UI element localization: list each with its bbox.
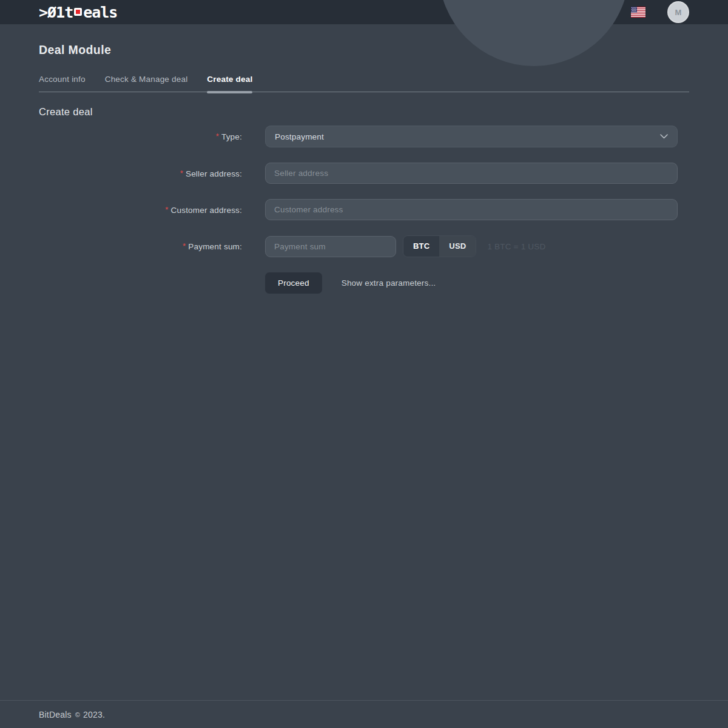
footer-brand: BitDeals bbox=[39, 710, 72, 720]
section-title: Create deal bbox=[39, 106, 689, 118]
proceed-button[interactable]: Proceed bbox=[265, 272, 322, 294]
language-flag-icon[interactable] bbox=[631, 7, 645, 18]
tab-account-info[interactable]: Account info bbox=[39, 75, 86, 92]
seller-address-row: *Seller address: bbox=[39, 163, 689, 184]
user-avatar[interactable]: M bbox=[667, 1, 689, 23]
header: >Ø1teals bbox=[0, 0, 728, 24]
tab-create-deal[interactable]: Create deal bbox=[207, 75, 252, 92]
lightbulb-icon[interactable] bbox=[600, 5, 613, 19]
payment-sum-input[interactable] bbox=[265, 236, 396, 257]
copyright-symbol: © bbox=[75, 711, 80, 718]
logo-square-icon bbox=[74, 8, 82, 16]
type-select-value: Postpayment bbox=[275, 132, 324, 141]
logo-text-suffix: eals bbox=[83, 5, 117, 20]
payment-sum-label: *Payment sum: bbox=[39, 241, 242, 251]
avatar-initial: M bbox=[675, 8, 681, 17]
customer-address-row: *Customer address: bbox=[39, 199, 689, 220]
payment-sum-row: *Payment sum: BTC USD 1 BTC = 1 USD bbox=[39, 235, 689, 257]
seller-address-input[interactable] bbox=[265, 163, 678, 184]
brand-logo[interactable]: >Ø1teals bbox=[39, 5, 117, 20]
chevron-down-icon bbox=[660, 134, 668, 139]
seller-address-label: *Seller address: bbox=[39, 169, 242, 178]
type-row: *Type: Postpayment bbox=[39, 126, 689, 147]
required-marker: * bbox=[183, 241, 186, 251]
exchange-rate-text: 1 BTC = 1 USD bbox=[487, 242, 545, 251]
customer-address-label: *Customer address: bbox=[39, 205, 242, 215]
required-marker: * bbox=[165, 205, 168, 214]
type-select[interactable]: Postpayment bbox=[265, 126, 678, 147]
show-extra-parameters-link[interactable]: Show extra parameters... bbox=[342, 278, 436, 288]
actions-row: Proceed Show extra parameters... bbox=[39, 272, 689, 294]
tab-check-manage-deal[interactable]: Check & Manage deal bbox=[105, 75, 188, 92]
page-title: Deal Module bbox=[39, 43, 689, 57]
tab-bar: Account info Check & Manage deal Create … bbox=[39, 75, 689, 92]
footer-year: 2023. bbox=[83, 710, 105, 720]
customer-address-input[interactable] bbox=[265, 199, 678, 220]
currency-btc-button[interactable]: BTC bbox=[403, 236, 439, 257]
currency-usd-button[interactable]: USD bbox=[439, 236, 476, 257]
logo-text-prefix: >Ø1t bbox=[39, 5, 73, 20]
required-marker: * bbox=[216, 132, 219, 141]
currency-toggle: BTC USD bbox=[403, 235, 476, 257]
active-tab-indicator bbox=[207, 91, 252, 93]
main-content: Deal Module Account info Check & Manage … bbox=[0, 43, 728, 294]
footer: BitDeals©2023. bbox=[0, 700, 728, 728]
type-label: *Type: bbox=[39, 132, 242, 141]
create-deal-form: *Type: Postpayment *Seller address: *Cus… bbox=[39, 126, 689, 294]
required-marker: * bbox=[180, 169, 183, 178]
